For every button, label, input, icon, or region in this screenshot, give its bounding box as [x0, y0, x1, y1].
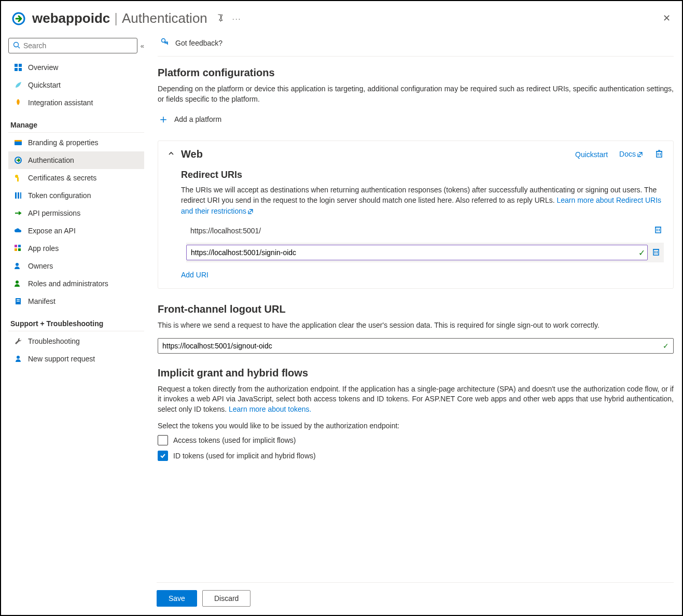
svg-rect-15: [15, 245, 17, 247]
logout-title: Front-channel logout URL: [158, 303, 674, 315]
cloud-icon: [13, 226, 23, 235]
checkbox-access-tokens[interactable]: [158, 435, 168, 445]
sidebar-item-manifest[interactable]: Manifest: [8, 292, 144, 310]
overview-icon: [13, 63, 23, 72]
approles-icon: [13, 244, 23, 253]
api-perm-icon: [13, 208, 23, 218]
quickstart-link[interactable]: Quickstart: [575, 150, 608, 159]
svg-rect-3: [15, 64, 18, 67]
sidebar-item-certificates[interactable]: Certificates & secrets: [8, 169, 144, 187]
group-manage: Manage: [8, 117, 144, 133]
redirect-uri-text: https://localhost:5001/: [186, 227, 647, 235]
svg-rect-35: [653, 249, 659, 255]
redirect-uri-row: https://localhost:5001/: [186, 225, 664, 236]
svg-rect-8: [15, 140, 22, 142]
add-platform-button[interactable]: ＋ Add a platform: [158, 111, 674, 127]
sidebar-item-api-permissions[interactable]: API permissions: [8, 204, 144, 222]
svg-rect-26: [657, 151, 662, 157]
search-input[interactable]: [23, 41, 133, 50]
search-input-wrap[interactable]: [8, 38, 137, 53]
svg-point-24: [17, 356, 20, 359]
sidebar-item-owners[interactable]: Owners: [8, 257, 144, 275]
page-name: Authentication: [122, 10, 207, 26]
sidebar-item-new-support[interactable]: New support request: [8, 350, 144, 368]
checkbox-id-tokens[interactable]: [158, 451, 168, 461]
sidebar-item-quickstart[interactable]: Quickstart: [8, 76, 144, 94]
svg-rect-22: [17, 299, 20, 300]
redirect-uri-editing-row: ✓: [186, 243, 664, 262]
save-button[interactable]: Save: [157, 590, 197, 607]
checkbox-row-access-tokens[interactable]: Access tokens (used for implicit flows): [158, 435, 674, 445]
svg-rect-5: [15, 68, 18, 71]
sidebar-item-app-roles[interactable]: App roles: [8, 240, 144, 257]
svg-rect-13: [18, 192, 19, 199]
more-icon[interactable]: ···: [232, 15, 242, 23]
logout-url-input-wrap[interactable]: ✓: [158, 338, 674, 354]
implicit-learn-more-link[interactable]: Learn more about tokens.: [229, 405, 312, 413]
sidebar: « Overview Quickstart Integration assist…: [1, 32, 149, 614]
feedback-icon: [160, 37, 170, 49]
key-icon: [13, 173, 23, 183]
group-support: Support + Troubleshooting: [8, 315, 144, 331]
auth-icon: [13, 156, 23, 165]
sidebar-item-expose-api[interactable]: Expose an API: [8, 222, 144, 240]
plus-icon: ＋: [158, 111, 169, 127]
sidebar-item-label: Quickstart: [28, 81, 61, 89]
feedback-button[interactable]: Got feedback?: [158, 32, 674, 57]
sidebar-item-overview[interactable]: Overview: [8, 59, 144, 76]
close-icon[interactable]: ✕: [663, 12, 671, 24]
sidebar-item-token-config[interactable]: Token configuration: [8, 187, 144, 204]
svg-rect-18: [18, 248, 21, 251]
implicit-title: Implicit grant and hybrid flows: [158, 367, 674, 379]
wrench-icon: [13, 337, 23, 346]
svg-rect-16: [18, 245, 21, 247]
checkmark-icon: ✓: [638, 248, 645, 258]
svg-rect-31: [656, 227, 661, 233]
chevron-up-icon[interactable]: [168, 150, 175, 159]
search-icon: [13, 41, 20, 50]
svg-line-2: [18, 46, 20, 48]
logout-url-input[interactable]: [162, 342, 663, 350]
discard-button[interactable]: Discard: [202, 590, 250, 607]
page-title: webappoidc | Authentication: [32, 10, 207, 26]
sidebar-item-authentication[interactable]: Authentication: [8, 151, 144, 169]
svg-rect-4: [19, 64, 22, 67]
collapse-sidebar-icon[interactable]: «: [141, 42, 144, 50]
delete-platform-icon[interactable]: [654, 149, 664, 160]
svg-rect-14: [20, 192, 21, 199]
svg-rect-12: [15, 192, 17, 199]
sidebar-item-integration[interactable]: Integration assistant: [8, 94, 144, 111]
sidebar-item-troubleshooting[interactable]: Troubleshooting: [8, 332, 144, 350]
delete-uri-icon[interactable]: [652, 225, 664, 236]
roles-icon: [13, 279, 23, 288]
external-link-icon: [637, 151, 643, 159]
checkmark-icon: ✓: [663, 342, 669, 350]
redirect-desc: The URIs we will accept as destinations …: [181, 185, 664, 217]
sidebar-item-label: Overview: [28, 63, 58, 72]
svg-rect-11: [17, 177, 19, 181]
web-platform-card: Web Quickstart Docs Redirect URIs The UR…: [158, 141, 674, 289]
add-uri-button[interactable]: Add URI: [181, 271, 664, 279]
checkbox-row-id-tokens[interactable]: ID tokens (used for implicit and hybrid …: [158, 451, 674, 461]
svg-rect-23: [17, 301, 20, 302]
pin-icon[interactable]: [216, 13, 224, 23]
sidebar-item-label: Integration assistant: [28, 99, 93, 107]
redirect-uri-input[interactable]: [186, 245, 648, 260]
sidebar-item-branding[interactable]: Branding & properties: [8, 134, 144, 151]
redirect-title: Redirect URIs: [181, 170, 664, 180]
manifest-icon: [13, 297, 23, 306]
token-icon: [13, 191, 23, 200]
quickstart-icon: [13, 80, 23, 90]
delete-uri-icon[interactable]: [650, 247, 662, 259]
footer-actions: Save Discard: [157, 582, 674, 615]
section-title-platform: Platform configurations: [158, 67, 674, 79]
external-link-icon: [247, 207, 254, 217]
docs-link[interactable]: Docs: [619, 150, 643, 159]
owners-icon: [13, 261, 23, 271]
platform-title: Web: [181, 148, 575, 160]
sidebar-item-roles-admins[interactable]: Roles and administrators: [8, 275, 144, 292]
svg-point-19: [16, 263, 19, 266]
logout-desc: This is where we send a request to have …: [158, 320, 674, 331]
svg-point-20: [16, 281, 19, 284]
header: webappoidc | Authentication ··· ✕: [1, 1, 682, 32]
